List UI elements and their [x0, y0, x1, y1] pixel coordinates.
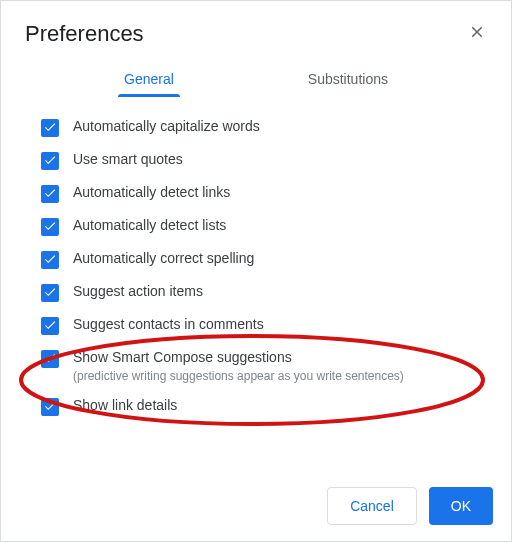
- option-label: Automatically detect links: [73, 184, 230, 200]
- option-subtext: (predictive writing suggestions appear a…: [73, 369, 404, 383]
- option-suggest-action-items: Suggest action items: [41, 276, 487, 309]
- options-list: Automatically capitalize words Use smart…: [1, 97, 511, 423]
- check-icon: [43, 153, 57, 170]
- check-icon: [43, 252, 57, 269]
- option-suggest-contacts: Suggest contacts in comments: [41, 309, 487, 342]
- dialog-title: Preferences: [25, 21, 144, 47]
- check-icon: [43, 219, 57, 236]
- checkbox-detect-links[interactable]: [41, 185, 59, 203]
- option-smart-quotes: Use smart quotes: [41, 144, 487, 177]
- check-icon: [43, 120, 57, 137]
- checkbox-smart-compose[interactable]: [41, 350, 59, 368]
- check-icon: [43, 318, 57, 335]
- option-detect-links: Automatically detect links: [41, 177, 487, 210]
- checkbox-auto-capitalize[interactable]: [41, 119, 59, 137]
- checkbox-show-link-details[interactable]: [41, 398, 59, 416]
- checkbox-correct-spelling[interactable]: [41, 251, 59, 269]
- check-icon: [43, 186, 57, 203]
- checkbox-detect-lists[interactable]: [41, 218, 59, 236]
- option-smart-compose: Show Smart Compose suggestions (predicti…: [41, 342, 487, 390]
- preferences-dialog: Preferences General Substitutions Automa…: [0, 0, 512, 542]
- check-icon: [43, 399, 57, 416]
- option-label: Automatically correct spelling: [73, 250, 254, 266]
- option-auto-capitalize: Automatically capitalize words: [41, 111, 487, 144]
- option-show-link-details: Show link details: [41, 390, 487, 423]
- option-label: Suggest contacts in comments: [73, 316, 264, 332]
- close-button[interactable]: [465, 22, 489, 46]
- checkbox-suggest-action-items[interactable]: [41, 284, 59, 302]
- option-label: Show link details: [73, 397, 177, 413]
- close-icon: [468, 23, 486, 46]
- option-detect-lists: Automatically detect lists: [41, 210, 487, 243]
- checkbox-suggest-contacts[interactable]: [41, 317, 59, 335]
- option-label: Suggest action items: [73, 283, 203, 299]
- checkbox-smart-quotes[interactable]: [41, 152, 59, 170]
- check-icon: [43, 285, 57, 302]
- tabs: General Substitutions: [1, 57, 511, 97]
- tab-substitutions[interactable]: Substitutions: [306, 63, 390, 97]
- option-label: Show Smart Compose suggestions: [73, 349, 404, 365]
- tab-general[interactable]: General: [122, 63, 176, 97]
- check-icon: [43, 351, 57, 368]
- option-label: Automatically capitalize words: [73, 118, 260, 134]
- dialog-footer: Cancel OK: [327, 487, 493, 525]
- option-label: Use smart quotes: [73, 151, 183, 167]
- dialog-header: Preferences: [1, 1, 511, 57]
- option-correct-spelling: Automatically correct spelling: [41, 243, 487, 276]
- cancel-button[interactable]: Cancel: [327, 487, 417, 525]
- ok-button[interactable]: OK: [429, 487, 493, 525]
- option-label: Automatically detect lists: [73, 217, 226, 233]
